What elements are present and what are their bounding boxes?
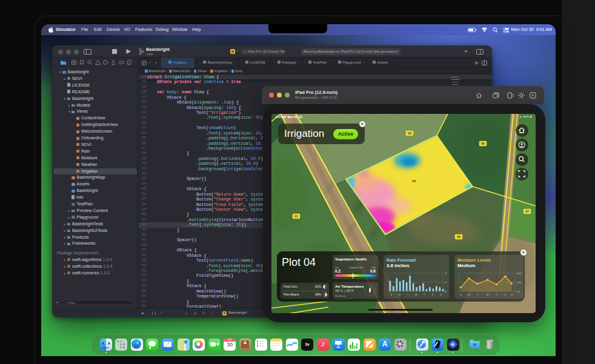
svg-text:T: T (496, 293, 497, 296)
svg-text:T: T (477, 293, 479, 296)
svg-text:30%: 30% (517, 281, 522, 284)
svg-text:01: 01 (294, 214, 298, 218)
svg-text:W: W (415, 293, 417, 296)
svg-text:0″: 0″ (445, 290, 447, 293)
svg-text:M: M (399, 293, 401, 296)
svg-text:T: T (407, 293, 409, 296)
svg-text:S: S (460, 293, 462, 296)
svg-text:S: S (440, 293, 442, 296)
svg-text:F: F (432, 293, 434, 296)
svg-text:N: N (369, 288, 371, 290)
svg-text:04: 04 (412, 179, 416, 183)
svg-text:T: T (424, 293, 425, 296)
svg-text:0%: 0% (517, 290, 520, 293)
svg-text:S: S (390, 293, 392, 296)
svg-text:F: F (505, 293, 507, 296)
svg-text:S: S (511, 293, 513, 296)
svg-text:06: 06 (481, 142, 485, 145)
svg-text:4″: 4″ (445, 272, 447, 275)
svg-text:60%: 60% (517, 272, 522, 275)
svg-text:2″: 2″ (445, 281, 447, 284)
svg-text:W: W (487, 293, 489, 296)
svg-text:M: M (468, 293, 470, 296)
svg-text:03: 03 (408, 131, 411, 135)
svg-text:08: 08 (457, 235, 460, 239)
svg-text:07: 07 (525, 210, 529, 213)
